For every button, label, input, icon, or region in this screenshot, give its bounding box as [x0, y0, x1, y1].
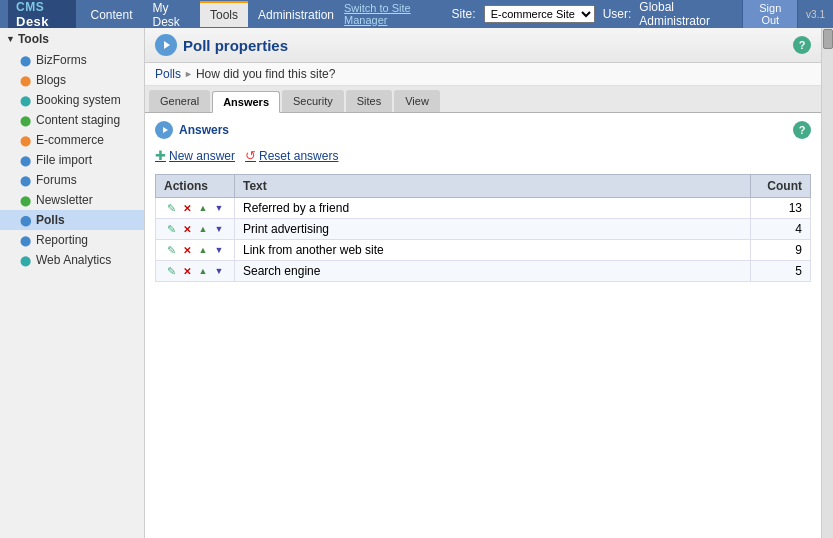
reset-answers-icon: ↺ [245, 148, 256, 163]
sidebar-label-polls: Polls [36, 213, 65, 227]
delete-icon[interactable] [180, 264, 194, 278]
sidebar: ▼ Tools ⬤ BizForms ⬤ Blogs ⬤ Booking sys… [0, 28, 145, 538]
edit-icon[interactable] [164, 243, 178, 257]
sidebar-item-ecommerce[interactable]: ⬤ E-commerce [0, 130, 144, 150]
sidebar-item-polls[interactable]: ⬤ Polls [0, 210, 144, 230]
col-header-text: Text [235, 175, 751, 198]
tab-tools[interactable]: Tools [200, 1, 248, 27]
sidebar-item-file-import[interactable]: ⬤ File import [0, 150, 144, 170]
breadcrumb-root[interactable]: Polls [155, 67, 181, 81]
tabs-bar: General Answers Security Sites View [145, 86, 821, 113]
edit-icon[interactable] [164, 222, 178, 236]
answers-title: Answers [155, 121, 229, 139]
main-container: ▼ Tools ⬤ BizForms ⬤ Blogs ⬤ Booking sys… [0, 28, 833, 538]
sidebar-label-file-import: File import [36, 153, 92, 167]
sidebar-label-reporting: Reporting [36, 233, 88, 247]
tab-general[interactable]: General [149, 90, 210, 112]
tab-view[interactable]: View [394, 90, 440, 112]
col-header-actions: Actions [156, 175, 235, 198]
top-bar: CMS Desk Content My Desk Tools Administr… [0, 0, 833, 28]
content-area: Poll properties ? Polls ► How did you fi… [145, 28, 821, 538]
move-up-icon[interactable] [196, 264, 210, 278]
answers-title-text: Answers [179, 123, 229, 137]
sidebar-item-web-analytics[interactable]: ⬤ Web Analytics [0, 250, 144, 270]
sidebar-label-forums: Forums [36, 173, 77, 187]
row-actions [164, 243, 226, 257]
text-cell: Link from another web site [235, 240, 751, 261]
newsletter-icon: ⬤ [18, 193, 32, 207]
booking-icon: ⬤ [18, 93, 32, 107]
tab-sites[interactable]: Sites [346, 90, 392, 112]
sidebar-label-ecommerce: E-commerce [36, 133, 104, 147]
poll-title: Poll properties [183, 37, 288, 54]
new-answer-icon: ✚ [155, 148, 166, 163]
move-up-icon[interactable] [196, 243, 210, 257]
scroll-rail[interactable] [821, 28, 833, 538]
actions-cell [156, 219, 235, 240]
delete-icon[interactable] [180, 201, 194, 215]
file-import-icon: ⬤ [18, 153, 32, 167]
move-up-icon[interactable] [196, 201, 210, 215]
move-down-icon[interactable] [212, 222, 226, 236]
sidebar-item-blogs[interactable]: ⬤ Blogs [0, 70, 144, 90]
table-header-row: Actions Text Count [156, 175, 811, 198]
move-up-icon[interactable] [196, 222, 210, 236]
tab-content[interactable]: Content [80, 1, 142, 27]
count-cell: 9 [751, 240, 811, 261]
move-down-icon[interactable] [212, 201, 226, 215]
tab-answers[interactable]: Answers [212, 91, 280, 113]
scroll-thumb[interactable] [823, 29, 833, 49]
site-label: Site: [452, 7, 476, 21]
sidebar-root-label[interactable]: Tools [18, 32, 49, 46]
delete-icon[interactable] [180, 222, 194, 236]
actions-cell [156, 240, 235, 261]
poll-header: Poll properties ? [145, 28, 821, 63]
sidebar-label-content-staging: Content staging [36, 113, 120, 127]
sidebar-item-content-staging[interactable]: ⬤ Content staging [0, 110, 144, 130]
sidebar-label-newsletter: Newsletter [36, 193, 93, 207]
sidebar-item-booking[interactable]: ⬤ Booking system [0, 90, 144, 110]
bizforms-icon: ⬤ [18, 53, 32, 67]
new-answer-label: New answer [169, 149, 235, 163]
table-row: Link from another web site9 [156, 240, 811, 261]
delete-icon[interactable] [180, 243, 194, 257]
answers-help-icon[interactable]: ? [793, 121, 811, 139]
move-down-icon[interactable] [212, 264, 226, 278]
sidebar-tools-header: ▼ Tools [0, 28, 144, 50]
reset-answers-label: Reset answers [259, 149, 338, 163]
signout-button[interactable]: Sign Out [742, 0, 798, 29]
tab-security[interactable]: Security [282, 90, 344, 112]
table-row: Search engine5 [156, 261, 811, 282]
user-label: User: [603, 7, 632, 21]
sidebar-item-bizforms[interactable]: ⬤ BizForms [0, 50, 144, 70]
move-down-icon[interactable] [212, 243, 226, 257]
site-selector[interactable]: E-commerce Site [484, 5, 595, 23]
edit-icon[interactable] [164, 264, 178, 278]
row-actions [164, 264, 226, 278]
tab-administration[interactable]: Administration [248, 1, 344, 27]
row-actions [164, 222, 226, 236]
web-analytics-icon: ⬤ [18, 253, 32, 267]
ecommerce-icon: ⬤ [18, 133, 32, 147]
edit-icon[interactable] [164, 201, 178, 215]
breadcrumb-current: How did you find this site? [196, 67, 335, 81]
breadcrumb: Polls ► How did you find this site? [145, 63, 821, 86]
answers-section: Answers ? ✚ New answer ↺ Reset answers [145, 113, 821, 290]
poll-help-icon[interactable]: ? [793, 36, 811, 54]
sidebar-label-web-analytics: Web Analytics [36, 253, 111, 267]
cms-logo-text: CMS [16, 0, 44, 14]
switch-to-site-manager-link[interactable]: Switch to Site Manager [344, 2, 444, 26]
actions-cell [156, 198, 235, 219]
answers-title-icon [155, 121, 173, 139]
row-actions [164, 201, 226, 215]
new-answer-button[interactable]: ✚ New answer [155, 148, 235, 163]
reset-answers-button[interactable]: ↺ Reset answers [245, 148, 338, 163]
reporting-icon: ⬤ [18, 233, 32, 247]
table-row: Print advertising4 [156, 219, 811, 240]
sidebar-item-newsletter[interactable]: ⬤ Newsletter [0, 190, 144, 210]
sidebar-item-reporting[interactable]: ⬤ Reporting [0, 230, 144, 250]
sidebar-item-forums[interactable]: ⬤ Forums [0, 170, 144, 190]
user-name: Global Administrator [639, 0, 734, 28]
text-cell: Print advertising [235, 219, 751, 240]
forums-icon: ⬤ [18, 173, 32, 187]
